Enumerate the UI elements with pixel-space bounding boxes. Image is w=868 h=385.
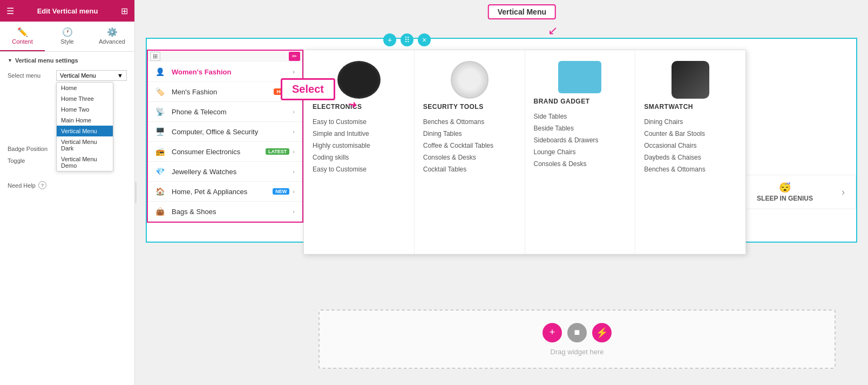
vmenu-item-mens-fashion[interactable]: 🏷️ Men's Fashion HOT › bbox=[148, 82, 302, 102]
gadget-item-3[interactable]: Lounge Chairs bbox=[534, 148, 627, 156]
gadget-col-title: BRAND GADGET bbox=[534, 98, 627, 105]
dropdown-item-main-home[interactable]: Main Home bbox=[57, 115, 113, 126]
vm-arrow-icon: ↙ bbox=[548, 24, 558, 38]
new-badge: NEW bbox=[273, 188, 289, 195]
section-outline: ⊞ ✏ 👤 Women's Fashion › 🏷️ Men's Fashion… bbox=[146, 38, 857, 243]
gadget-item-2[interactable]: Sideboards & Drawers bbox=[534, 136, 627, 144]
smartwatch-col-title: SMARTWATCH bbox=[644, 103, 737, 111]
electronics-col-title: ELECTRONICS bbox=[313, 103, 405, 111]
arrow-right-icon: › bbox=[293, 188, 295, 195]
move-section-button[interactable]: ⠿ bbox=[401, 33, 413, 46]
smartwatch-item-2[interactable]: Occasional Chairs bbox=[644, 142, 737, 149]
tab-style[interactable]: 🕐 Style bbox=[45, 22, 90, 51]
vmenu-settings-section: ▼ Vertical menu settings Select menu Ver… bbox=[0, 52, 134, 175]
grid-icon[interactable]: ⊞ bbox=[121, 6, 128, 16]
electronics-item-1[interactable]: Simple and Intuitive bbox=[313, 130, 405, 138]
drag-widget-text: Drag widget here bbox=[551, 348, 604, 356]
vmenu-item-home-pet[interactable]: 🏠 Home, Pet & Appliances NEW › bbox=[148, 182, 302, 202]
add-widget-button[interactable]: + bbox=[542, 323, 562, 342]
sidebar-header: ☰ Edit Vertical menu ⊞ bbox=[0, 0, 134, 22]
vmenu-item-womens-fashion[interactable]: 👤 Women's Fashion › bbox=[148, 62, 302, 82]
dropdown-item-home-three[interactable]: Home Three bbox=[57, 93, 113, 104]
brand-item-4: 😴 SLEEP IN GENIUS bbox=[739, 182, 831, 202]
select-menu-field: Select menu Vertical Menu ▼ Home Home Th… bbox=[8, 70, 127, 81]
gadget-item-1[interactable]: Beside Tables bbox=[534, 125, 627, 132]
womens-fashion-icon: 👤 bbox=[155, 67, 166, 76]
bags-icon: 👜 bbox=[155, 207, 166, 216]
electronics-icon: 📻 bbox=[155, 147, 166, 156]
arrow-right-icon: › bbox=[293, 148, 295, 155]
smartwatch-product-image bbox=[672, 61, 709, 99]
smartwatch-item-4[interactable]: Benches & Ottomans bbox=[644, 166, 737, 173]
dropdown-item-home[interactable]: Home bbox=[57, 82, 113, 93]
hamburger-icon[interactable]: ☰ bbox=[6, 6, 14, 16]
smartwatch-item-0[interactable]: Dining Chairs bbox=[644, 118, 737, 126]
dropdown-item-vertical-menu[interactable]: Vertical Menu bbox=[57, 126, 113, 136]
help-icon[interactable]: ? bbox=[38, 181, 46, 189]
gadget-item-0[interactable]: Side Tables bbox=[534, 113, 627, 120]
vmenu-item-consumer-electronics[interactable]: 📻 Consumer Electronics LATEST › bbox=[148, 142, 302, 162]
clock-icon: 🕐 bbox=[45, 27, 90, 37]
vmenu-item-bags-shoes[interactable]: 👜 Bags & Shoes › bbox=[148, 202, 302, 222]
dropdown-item-vertical-demo[interactable]: Vertical Menu Demo bbox=[57, 154, 113, 171]
phone-telecom-icon: 📡 bbox=[155, 107, 166, 116]
dropdown-col-gadget: BRAND GADGET Side Tables Beside Tables S… bbox=[525, 50, 636, 254]
security-col-title: SECURITY TOOLS bbox=[423, 103, 516, 111]
electronics-item-2[interactable]: Highly customisable bbox=[313, 142, 405, 149]
block-icon: ⊞ bbox=[150, 52, 160, 61]
tab-content[interactable]: ✏️ Content bbox=[0, 22, 45, 51]
resize-handle-inner bbox=[134, 182, 137, 203]
gear-icon: ⚙️ bbox=[90, 27, 134, 37]
vmenu-item-jewellery[interactable]: 💎 Jewellery & Watches › bbox=[148, 162, 302, 182]
mens-fashion-icon: 🏷️ bbox=[155, 87, 166, 96]
electronics-item-0[interactable]: Easy to Customise bbox=[313, 118, 405, 126]
close-section-button[interactable]: × bbox=[418, 33, 431, 46]
latest-badge: LATEST bbox=[266, 148, 289, 155]
select-annotation: Select bbox=[281, 78, 335, 100]
settings-widget-button[interactable]: ⚡ bbox=[592, 323, 612, 342]
dropdown-col-security: SECURITY TOOLS Benches & Ottomans Dining… bbox=[415, 50, 525, 254]
electronics-item-4[interactable]: Easy to Customise bbox=[313, 166, 405, 173]
smartwatch-item-1[interactable]: Counter & Bar Stools bbox=[644, 130, 737, 138]
need-help[interactable]: Need Help ? bbox=[0, 175, 134, 196]
dropdown-col-smartwatch: SMARTWATCH Dining Chairs Counter & Bar S… bbox=[635, 50, 745, 254]
security-item-3[interactable]: Consoles & Desks bbox=[423, 154, 516, 161]
add-section-button[interactable]: + bbox=[383, 33, 396, 46]
vmenu-panel-header: ⊞ ✏ bbox=[148, 51, 302, 62]
resize-handle[interactable] bbox=[134, 0, 137, 385]
drag-widget-zone: + ■ ⚡ Drag widget here bbox=[318, 310, 836, 369]
chevron-down-icon: ▼ bbox=[117, 72, 123, 79]
gadget-img-area bbox=[534, 61, 627, 98]
collapse-arrow-icon[interactable]: ▼ bbox=[8, 58, 12, 63]
security-item-2[interactable]: Coffee & Cocktail Tables bbox=[423, 142, 516, 149]
select-menu-dropdown[interactable]: Vertical Menu ▼ bbox=[56, 70, 127, 81]
brands-next-button[interactable]: › bbox=[842, 187, 845, 198]
vertical-menu-annotation: Vertical Menu bbox=[488, 4, 556, 19]
toggle-label: Toggle bbox=[8, 157, 56, 164]
gadget-item-4[interactable]: Consoles & Desks bbox=[534, 160, 627, 168]
need-help-text: Need Help bbox=[8, 182, 36, 189]
electronics-product-image bbox=[337, 61, 381, 99]
edit-icon[interactable]: ✏ bbox=[289, 52, 300, 61]
security-item-1[interactable]: Dining Tables bbox=[423, 130, 516, 138]
electronics-item-3[interactable]: Coding skills bbox=[313, 154, 405, 161]
tab-advanced[interactable]: ⚙️ Advanced bbox=[90, 22, 134, 51]
jewellery-icon: 💎 bbox=[155, 167, 166, 176]
vmenu-item-phone-telecom[interactable]: 📡 Phone & Telecom › bbox=[148, 102, 302, 122]
stop-widget-button[interactable]: ■ bbox=[567, 323, 587, 342]
dropdown-item-home-two[interactable]: Home Two bbox=[57, 104, 113, 115]
smartwatch-img-area bbox=[644, 61, 737, 103]
dropdown-item-vertical-dark[interactable]: Vertical Menu Dark bbox=[57, 136, 113, 154]
arrow-right-icon: › bbox=[293, 128, 295, 135]
security-item-4[interactable]: Cocktail Tables bbox=[423, 166, 516, 173]
drag-buttons: + ■ ⚡ bbox=[542, 323, 612, 342]
smartwatch-item-3[interactable]: Daybeds & Chaises bbox=[644, 154, 737, 161]
pencil-icon: ✏️ bbox=[0, 27, 45, 37]
security-item-0[interactable]: Benches & Ottomans bbox=[423, 118, 516, 126]
security-product-image bbox=[451, 61, 489, 99]
main-topbar: + ⠿ × bbox=[383, 33, 431, 46]
arrow-right-icon: › bbox=[293, 108, 295, 115]
computer-icon: 🖥️ bbox=[155, 127, 166, 136]
vmenu-item-computer-office[interactable]: 🖥️ Computer, Office & Security › bbox=[148, 122, 302, 142]
gadget-product-image bbox=[558, 61, 601, 93]
